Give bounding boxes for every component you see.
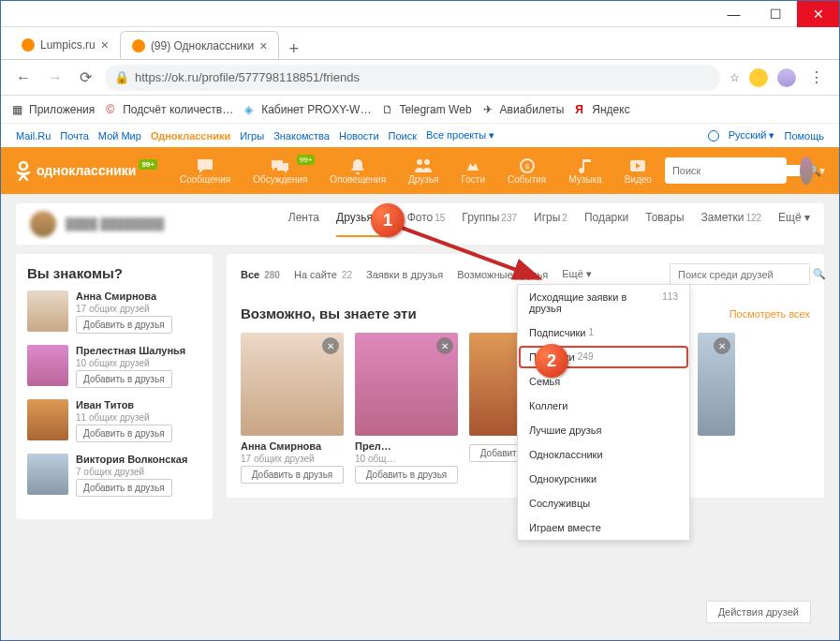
friends-actions-link[interactable]: Действия друзей [706, 601, 811, 623]
search-icon[interactable]: 🔍 [813, 268, 826, 280]
add-friend-button[interactable]: Добавить в друзья [76, 316, 172, 334]
filter-all[interactable]: Все 280 [241, 269, 280, 280]
card-dismiss-icon[interactable]: ✕ [714, 337, 730, 354]
mailru-link[interactable]: Игры [240, 130, 264, 142]
profile-avatar-icon[interactable] [777, 68, 796, 87]
suggestion-name[interactable]: Анна Смирнова [76, 291, 172, 302]
bookmark-proxy[interactable]: ◈Кабинет PROXY-W… [244, 103, 371, 116]
extension-icon[interactable] [749, 68, 768, 87]
nav-video[interactable]: Видео [615, 157, 661, 185]
bookmark-star-icon[interactable]: ☆ [729, 71, 740, 84]
filter-possible[interactable]: Возможные друзья [457, 269, 548, 280]
bookmark-apps[interactable]: ▦Приложения [12, 103, 95, 116]
ok-logo[interactable]: одноклассники 99+ [15, 160, 157, 181]
bookmark-avia[interactable]: ✈Авиабилеты [483, 103, 565, 116]
filter-online[interactable]: На сайте 22 [294, 269, 352, 280]
nav-notifications[interactable]: Оповещения [320, 157, 395, 185]
nav-back-icon[interactable]: ← [12, 66, 35, 90]
add-friend-button[interactable]: Добавить в друзья [76, 425, 172, 442]
profile-tab-gifts[interactable]: Подарки [584, 211, 628, 237]
profile-tab-notes[interactable]: Заметки122 [701, 211, 762, 237]
nav-messages[interactable]: Сообщения [170, 157, 240, 185]
suggestion-name[interactable]: Иван Титов [76, 399, 172, 410]
card-photo[interactable]: ✕ [355, 333, 458, 436]
header-search-input[interactable] [672, 165, 802, 176]
dd-colleagues[interactable]: Коллеги [518, 394, 689, 418]
profile-user[interactable]: ████ ████████ [30, 211, 164, 237]
mailru-link-active[interactable]: Одноклассники [151, 130, 230, 142]
add-friend-button[interactable]: Добавить в друзья [355, 466, 458, 484]
bookmark-counter[interactable]: ©Подсчёт количеств… [106, 103, 233, 116]
ok-logo-icon [15, 160, 32, 181]
window-close[interactable]: ✕ [797, 1, 839, 27]
mailru-link[interactable]: Почта [60, 130, 89, 142]
profile-tab-goods[interactable]: Товары [645, 211, 684, 237]
browser-menu-icon[interactable]: ⋮ [805, 65, 828, 90]
suggestions-panel: Вы знакомы? Анна Смирнова 17 общих друзе… [16, 254, 213, 519]
mailru-link[interactable]: Поиск [389, 130, 417, 142]
tab-close-icon[interactable]: × [259, 38, 267, 53]
nav-guests[interactable]: Гости [452, 157, 494, 185]
avatar-chevron-icon[interactable]: ▾ [819, 164, 825, 177]
dd-coursemates[interactable]: Однокурсники [518, 467, 689, 491]
view-all-link[interactable]: Посмотреть всех [729, 308, 810, 320]
nav-reload-icon[interactable]: ⟳ [76, 65, 96, 90]
user-avatar[interactable] [800, 157, 813, 185]
card-name[interactable]: Прел… [355, 440, 458, 452]
dd-playmates[interactable]: Играем вместе [518, 515, 689, 540]
mailru-link[interactable]: Все проекты ▾ [426, 129, 494, 142]
dd-bestfriends[interactable]: Лучшие друзья [518, 418, 689, 442]
header-search[interactable]: 🔍 [665, 157, 787, 184]
filter-requests[interactable]: Заявки в друзья [366, 269, 443, 280]
bookmark-telegram[interactable]: 🗋Telegram Web [382, 103, 471, 116]
dd-outgoing[interactable]: Исходящие заявки в друзья113 [518, 285, 689, 320]
video-icon [628, 157, 647, 174]
brand-badge: 99+ [139, 159, 157, 170]
dd-coworkers[interactable]: Сослуживцы [518, 491, 689, 515]
browser-tab-ok[interactable]: (99) Одноклассники × [120, 31, 280, 59]
profile-tab-feed[interactable]: Лента [288, 211, 319, 237]
new-tab-button[interactable]: + [279, 39, 308, 59]
add-friend-button[interactable]: Добавить в друзья [241, 466, 344, 484]
browser-tab-lumpics[interactable]: Lumpics.ru × [10, 31, 120, 59]
suggestion-photo[interactable] [27, 291, 68, 332]
card-name[interactable]: Анна Смирнова [241, 440, 344, 452]
card-dismiss-icon[interactable]: ✕ [436, 337, 453, 354]
help-link[interactable]: Помощь [785, 130, 825, 142]
card-photo[interactable]: ✕ [241, 333, 344, 436]
nav-discussions[interactable]: 99+Обсуждения [243, 157, 317, 185]
friends-search[interactable]: 🔍 [670, 263, 810, 285]
suggestion-name[interactable]: Виктория Волконская [76, 454, 187, 465]
mailru-link[interactable]: Новости [339, 130, 379, 142]
bookmark-yandex[interactable]: ЯЯндекс [575, 103, 629, 116]
tab-close-icon[interactable]: × [101, 37, 109, 52]
mailru-link[interactable]: Мой Мир [98, 130, 141, 142]
friends-search-input[interactable] [678, 269, 807, 280]
nav-music[interactable]: Музыка [559, 157, 611, 185]
profile-tab-games[interactable]: Игры2 [534, 211, 567, 237]
friend-card: ✕ Анна Смирнова 17 общих друзей Добавить… [241, 333, 344, 484]
card-photo[interactable]: ✕ [698, 333, 735, 436]
suggestion-name[interactable]: Прелестная Шалунья [76, 345, 185, 356]
suggestion-photo[interactable] [27, 454, 68, 495]
nav-events[interactable]: $События [498, 157, 555, 185]
dd-classmates[interactable]: Одноклассники [518, 442, 689, 467]
filter-more[interactable]: Ещё ▾ [562, 268, 592, 280]
profile-tab-groups[interactable]: Группы237 [462, 211, 517, 237]
card-mutual: 17 общих друзей [241, 454, 344, 464]
mailru-link[interactable]: Знакомства [273, 130, 330, 142]
url-input[interactable]: 🔒 https://ok.ru/profile/577798118851/fri… [105, 65, 720, 91]
profile-tab-photo[interactable]: Фото15 [407, 211, 446, 237]
card-dismiss-icon[interactable]: ✕ [322, 337, 339, 354]
profile-tab-more[interactable]: Ещё ▾ [778, 211, 810, 237]
language-selector[interactable]: Русский ▾ [729, 129, 775, 142]
add-friend-button[interactable]: Добавить в друзья [76, 370, 172, 388]
window-minimize[interactable]: — [713, 1, 755, 27]
nav-friends[interactable]: Друзья [399, 157, 448, 185]
mailru-link[interactable]: Mail.Ru [16, 130, 51, 142]
suggestion-photo[interactable] [27, 345, 68, 386]
dd-subscribers[interactable]: Подписчики1 [518, 320, 689, 345]
add-friend-button[interactable]: Добавить в друзья [76, 479, 172, 497]
window-maximize[interactable]: ☐ [755, 1, 797, 27]
suggestion-photo[interactable] [27, 399, 68, 440]
